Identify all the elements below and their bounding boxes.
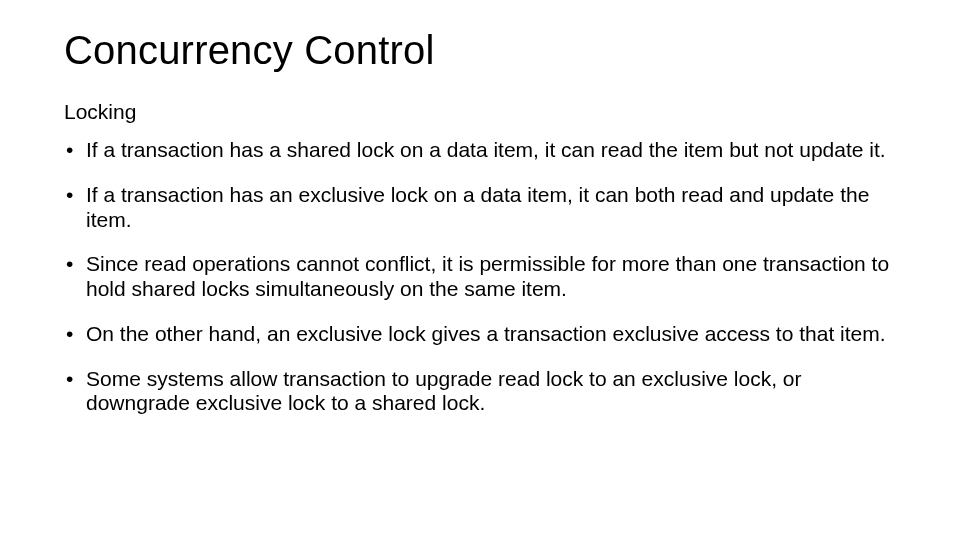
list-item: If a transaction has an exclusive lock o…	[64, 183, 896, 233]
list-item: Some systems allow transaction to upgrad…	[64, 367, 896, 417]
bullet-list: If a transaction has a shared lock on a …	[64, 138, 896, 416]
slide-subtitle: Locking	[64, 100, 896, 124]
list-item: Since read operations cannot conflict, i…	[64, 252, 896, 302]
list-item: On the other hand, an exclusive lock giv…	[64, 322, 896, 347]
slide: Concurrency Control Locking If a transac…	[0, 0, 960, 540]
slide-title: Concurrency Control	[64, 28, 896, 72]
list-item: If a transaction has a shared lock on a …	[64, 138, 896, 163]
